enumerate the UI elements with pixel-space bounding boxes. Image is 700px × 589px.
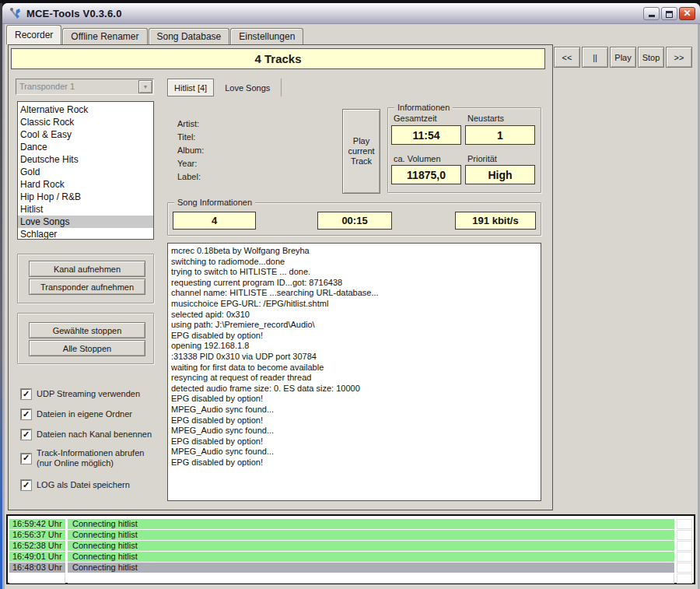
album-label: Album:	[177, 144, 204, 157]
recorder-log[interactable]: mcrec 0.18beta by Wolfgang Breyha switch…	[167, 243, 541, 501]
track-count-header: 4 Tracks	[11, 48, 545, 69]
option-udp-streaming[interactable]: ✓ UDP Streaming verwenden	[21, 389, 140, 399]
status-extra-cell	[677, 530, 692, 540]
song-bitrate-value: 191 kbit/s	[455, 212, 536, 230]
status-time: 16:48:03 Uhr	[9, 563, 65, 573]
record-transponder-button[interactable]: Transponder aufnehmen	[29, 279, 145, 295]
list-item[interactable]: Hitlist	[18, 203, 153, 216]
play-current-track-button[interactable]: Play current Track	[342, 109, 380, 194]
window-controls: ✕	[643, 7, 695, 20]
status-extra-cell	[677, 519, 692, 529]
list-item-selected[interactable]: Love Songs	[18, 216, 153, 228]
informationen-group-title: Informationen	[394, 103, 453, 112]
label-label: Label:	[177, 170, 204, 184]
neustarts-label: Neustarts	[467, 114, 504, 123]
list-item[interactable]: Deutsche Hits	[18, 153, 153, 166]
list-item[interactable]: Alternative Rock	[18, 103, 153, 116]
status-time: 16:52:38 Uhr	[9, 541, 65, 551]
check-icon: ✓	[23, 390, 30, 398]
status-row[interactable]: 16:59:42 Uhr Connecting hitlist	[9, 519, 692, 529]
titlebar: MCE-Tools V0.3.6.0 ✕	[2, 3, 700, 24]
stop-selected-button[interactable]: Gewählte stoppen	[29, 322, 145, 338]
gesamtzeit-value: 11:54	[391, 125, 461, 145]
stop-all-button[interactable]: Alle Stoppen	[29, 340, 145, 356]
volumen-value: 11875,0	[391, 165, 461, 184]
screen: MCE-Tools V0.3.6.0 ✕ Recorder Offline Re…	[0, 0, 700, 589]
status-message: Connecting hitlist	[68, 519, 674, 529]
channel-listbox[interactable]: Alternative Rock Classic Rock Cool & Eas…	[17, 101, 154, 240]
prioritaet-label: Priorität	[467, 154, 497, 163]
transponder-select[interactable]: Transponder 1 ▼	[16, 79, 154, 95]
list-item[interactable]: Dance	[18, 141, 153, 153]
track-metadata: Artist: Titel: Album: Year: Label:	[177, 117, 204, 184]
status-extra-cell	[677, 541, 692, 551]
tab-song-database[interactable]: Song Database	[149, 28, 230, 44]
chevron-down-icon: ▼	[143, 84, 149, 89]
option-fetch-track-info[interactable]: ✓ Track-Informationen abrufen (nur Onlin…	[21, 448, 144, 468]
status-row[interactable]: 16:49:01 Uhr Connecting hitlist	[9, 552, 692, 562]
maximize-button[interactable]	[661, 7, 677, 20]
checkbox[interactable]: ✓	[21, 389, 31, 399]
app-window: MCE-Tools V0.3.6.0 ✕ Recorder Offline Re…	[2, 3, 700, 589]
tab-einstellungen[interactable]: Einstellungen	[230, 28, 303, 44]
checkbox[interactable]: ✓	[21, 409, 31, 419]
gesamtzeit-label: Gesamtzeit	[394, 114, 437, 123]
close-button[interactable]: ✕	[679, 7, 695, 20]
list-item[interactable]: Hip Hop / R&B	[18, 191, 153, 203]
titel-label: Titel:	[177, 131, 204, 144]
prioritaet-value: High	[465, 165, 535, 184]
year-label: Year:	[177, 157, 204, 170]
check-icon: ✓	[23, 481, 30, 489]
transponder-value: Transponder 1	[19, 82, 75, 91]
checkbox-label: Track-Informationen abrufen (nur Online …	[37, 448, 144, 468]
tab-hitlist[interactable]: Hitlist [4]	[167, 79, 214, 96]
channel-tabs: Hitlist [4] Love Songs	[167, 78, 282, 97]
status-message: Connecting hitlist	[68, 530, 674, 540]
app-icon	[9, 7, 23, 20]
pause-button[interactable]: ||	[582, 47, 608, 68]
song-informationen-group-title: Song Informationen	[174, 198, 255, 207]
status-row-empty	[9, 573, 692, 584]
tab-offline-renamer[interactable]: Offline Renamer	[62, 28, 147, 44]
list-item[interactable]: Cool & Easy	[18, 128, 153, 141]
status-row[interactable]: 16:56:37 Uhr Connecting hitlist	[9, 530, 692, 540]
status-time: 16:49:01 Uhr	[9, 552, 65, 562]
checkbox[interactable]: ✓	[21, 454, 31, 464]
option-name-by-channel[interactable]: ✓ Dateien nach Kanal benennen	[21, 429, 152, 440]
record-channel-button[interactable]: Kanal aufnehmen	[29, 261, 145, 277]
previous-track-button[interactable]: <<	[554, 47, 580, 68]
status-extra-cell	[677, 563, 692, 573]
tab-recorder[interactable]: Recorder	[6, 25, 61, 44]
stop-actions-group	[17, 313, 154, 364]
list-item[interactable]: Hard Rock	[18, 178, 153, 191]
checkbox[interactable]: ✓	[21, 429, 31, 440]
option-own-folders[interactable]: ✓ Dateien in eigene Ordner	[21, 409, 132, 419]
main-tabstrip: Recorder Offline Renamer Song Database E…	[6, 25, 304, 44]
status-extra-cell	[677, 552, 692, 562]
status-row[interactable]: 16:52:38 Uhr Connecting hitlist	[9, 541, 692, 551]
dropdown-button[interactable]: ▼	[138, 80, 152, 93]
list-item[interactable]: Schlager	[18, 228, 153, 240]
minimize-icon	[649, 15, 655, 17]
status-row-selected[interactable]: 16:48:03 Uhr Connecting hitlist	[9, 563, 692, 573]
list-item[interactable]: Classic Rock	[18, 116, 153, 128]
volumen-label: ca. Volumen	[394, 154, 441, 163]
check-icon: ✓	[23, 454, 30, 462]
status-message: Connecting hitlist	[68, 541, 674, 551]
list-item[interactable]: Gold	[18, 166, 153, 178]
artist-label: Artist:	[177, 117, 204, 131]
status-time: 16:56:37 Uhr	[9, 530, 65, 540]
tab-love-songs[interactable]: Love Songs	[219, 79, 282, 96]
checkbox-label: Dateien nach Kanal benennen	[37, 429, 152, 440]
next-track-button[interactable]: >>	[666, 47, 692, 68]
play-button[interactable]: Play	[610, 47, 636, 68]
check-icon: ✓	[23, 410, 30, 419]
neustarts-value: 1	[465, 125, 535, 145]
checkbox[interactable]: ✓	[21, 480, 31, 490]
option-save-log[interactable]: ✓ LOG als Datei speichern	[21, 480, 130, 490]
song-track-number-value: 4	[173, 212, 256, 230]
stop-button[interactable]: Stop	[638, 47, 664, 68]
transport-controls: << || Play Stop >>	[554, 47, 692, 68]
minimize-button[interactable]	[643, 7, 660, 20]
check-icon: ✓	[23, 430, 30, 439]
